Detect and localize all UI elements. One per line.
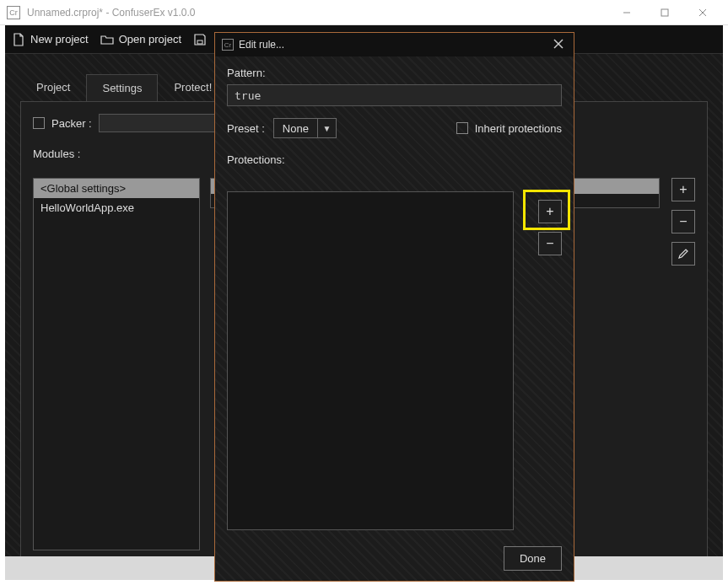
protections-buttons: + −: [538, 200, 562, 255]
folder-open-icon: [100, 33, 114, 46]
new-project-label: New project: [30, 33, 89, 46]
new-project-button[interactable]: New project: [12, 33, 89, 46]
close-icon: [553, 39, 564, 49]
tab-settings[interactable]: Settings: [86, 74, 158, 101]
add-rule-button[interactable]: +: [671, 178, 695, 201]
dialog-icon: Cr: [222, 39, 234, 51]
list-item[interactable]: <Global settings>: [34, 179, 199, 198]
new-file-icon: [12, 33, 25, 46]
packer-label: Packer :: [51, 117, 92, 130]
pattern-label: Pattern:: [227, 67, 562, 79]
list-item[interactable]: HelloWorldApp.exe: [34, 198, 199, 217]
save-icon: [193, 33, 207, 46]
dialog-body: Pattern: Preset : None ▼ Inherit protect…: [215, 56, 574, 581]
preset-label: Preset :: [227, 122, 265, 135]
rules-buttons: + −: [671, 178, 695, 266]
close-button[interactable]: [683, 1, 721, 24]
minimize-button[interactable]: [607, 1, 645, 24]
dialog-titlebar: Cr Edit rule...: [215, 33, 574, 56]
done-button[interactable]: Done: [504, 546, 562, 571]
add-protection-button[interactable]: +: [538, 200, 562, 223]
svg-rect-4: [197, 40, 202, 44]
dialog-close-button[interactable]: [550, 37, 567, 52]
packer-checkbox[interactable]: [33, 117, 45, 129]
remove-protection-button[interactable]: −: [538, 232, 562, 255]
inherit-protections[interactable]: Inherit protections: [456, 122, 562, 135]
modules-list[interactable]: <Global settings> HelloWorldApp.exe: [33, 178, 200, 550]
tab-project[interactable]: Project: [20, 73, 86, 101]
inherit-checkbox[interactable]: [456, 122, 468, 134]
protections-list[interactable]: [227, 191, 514, 530]
dialog-title: Edit rule...: [239, 39, 284, 51]
packer-select[interactable]: [99, 114, 225, 132]
window-title: Unnamed.crproj* - ConfuserEx v1.0.0: [27, 7, 607, 19]
chevron-down-icon: ▼: [317, 119, 336, 137]
save-project-button[interactable]: [193, 33, 207, 46]
edit-rule-dialog: Cr Edit rule... Pattern: Preset : None ▼…: [214, 32, 574, 582]
preset-select[interactable]: None ▼: [273, 118, 337, 138]
svg-rect-1: [661, 9, 668, 16]
open-project-label: Open project: [119, 33, 181, 46]
inherit-label: Inherit protections: [475, 122, 562, 135]
window-controls: [607, 1, 721, 24]
preset-value: None: [274, 122, 317, 135]
pencil-icon: [677, 248, 689, 260]
preset-row: Preset : None ▼ Inherit protections: [227, 118, 562, 138]
app-icon: Cr: [7, 6, 20, 19]
remove-rule-button[interactable]: −: [671, 210, 695, 233]
maximize-button[interactable]: [645, 1, 683, 24]
edit-rule-button[interactable]: [671, 242, 695, 266]
open-project-button[interactable]: Open project: [100, 33, 181, 46]
pattern-input[interactable]: [227, 84, 562, 106]
window-titlebar: Cr Unnamed.crproj* - ConfuserEx v1.0.0: [0, 0, 728, 25]
protections-label: Protections:: [227, 153, 562, 166]
